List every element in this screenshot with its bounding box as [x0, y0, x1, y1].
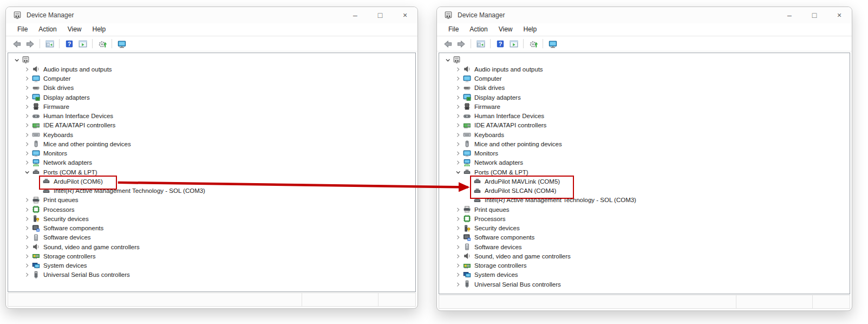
tree-item-disk-drives[interactable]: Disk drives [8, 83, 415, 93]
tree-item-audio-inputs-and-outputs[interactable]: Audio inputs and outputs [8, 64, 415, 74]
chevron-right-icon[interactable] [22, 83, 32, 93]
tree-item-computer[interactable]: Computer [8, 74, 415, 83]
tree-item-universal-serial-bus-controllers[interactable]: Universal Serial Bus controllers [8, 270, 415, 280]
tree-item-monitors[interactable]: Monitors [8, 149, 415, 158]
tree-item-firmware[interactable]: Firmware [8, 102, 415, 111]
tree-item-keyboards[interactable]: Keyboards [8, 130, 415, 139]
tree-item-firmware[interactable]: Firmware [439, 102, 850, 111]
chevron-right-icon[interactable] [453, 102, 463, 111]
menu-item-file[interactable]: File [443, 24, 464, 35]
tree-item-disk-drives[interactable]: Disk drives [439, 83, 850, 93]
tree-item-universal-serial-bus-controllers[interactable]: Universal Serial Bus controllers [439, 280, 850, 289]
chevron-right-icon[interactable] [453, 93, 463, 102]
help-button[interactable]: ? [493, 37, 507, 50]
forward-button[interactable] [23, 37, 37, 50]
tree-item-ide-ata-atapi-controllers[interactable]: IDE ATA/ATAPI controllers [439, 121, 850, 130]
chevron-right-icon[interactable] [453, 83, 463, 93]
tree-item-root[interactable] [439, 55, 850, 64]
tree-item-keyboards[interactable]: Keyboards [439, 130, 850, 139]
chevron-right-icon[interactable] [22, 93, 32, 102]
tree-item-system-devices[interactable]: System devices [8, 261, 415, 270]
tree-item-ide-ata-atapi-controllers[interactable]: IDE ATA/ATAPI controllers [8, 121, 415, 130]
tree-item-sound-video-and-game-controllers[interactable]: Sound, video and game controllers [8, 242, 415, 251]
tree-item-human-interface-devices[interactable]: Human Interface Devices [8, 112, 415, 121]
menu-item-view[interactable]: View [493, 24, 518, 35]
tree-item-network-adapters[interactable]: Network adapters [8, 158, 415, 167]
chevron-right-icon[interactable] [22, 224, 32, 233]
chevron-right-icon[interactable] [22, 149, 32, 158]
maximize-button[interactable]: □ [368, 7, 393, 23]
tree-item-intel-r-active-management-technology-sol-com3[interactable]: Intel(R) Active Management Technology - … [8, 186, 415, 196]
minimize-button[interactable]: – [343, 7, 368, 23]
tree-item-mice-and-other-pointing-devices[interactable]: Mice and other pointing devices [439, 139, 850, 148]
chevron-right-icon[interactable] [453, 261, 463, 270]
back-button[interactable] [10, 37, 23, 50]
tree-item-storage-controllers[interactable]: Storage controllers [439, 261, 850, 270]
menu-item-help[interactable]: Help [518, 24, 543, 35]
chevron-right-icon[interactable] [453, 233, 463, 242]
chevron-right-icon[interactable] [22, 270, 32, 280]
tree-item-processors[interactable]: Processors [439, 214, 850, 223]
tree-item-sound-video-and-game-controllers[interactable]: Sound, video and game controllers [439, 251, 850, 261]
tree-item-monitors[interactable]: Monitors [439, 149, 850, 158]
close-button[interactable]: × [827, 7, 852, 23]
chevron-down-icon[interactable] [11, 55, 22, 64]
menu-item-view[interactable]: View [62, 24, 87, 35]
menu-item-help[interactable]: Help [87, 24, 112, 35]
tree-item-software-components[interactable]: Software components [439, 233, 850, 242]
properties-button[interactable] [507, 37, 520, 50]
chevron-right-icon[interactable] [22, 112, 32, 121]
tree-item-root[interactable] [8, 55, 415, 64]
chevron-right-icon[interactable] [453, 251, 463, 261]
chevron-right-icon[interactable] [22, 214, 32, 223]
remote-computer-button[interactable] [546, 37, 559, 50]
tree-item-storage-controllers[interactable]: Storage controllers [8, 251, 415, 261]
tree-item-print-queues[interactable]: Print queues [8, 196, 415, 205]
tree-item-processors[interactable]: Processors [8, 205, 415, 214]
chevron-right-icon[interactable] [22, 64, 32, 74]
tree-item-system-devices[interactable]: System devices [439, 270, 850, 280]
chevron-right-icon[interactable] [22, 158, 32, 167]
tree-item-audio-inputs-and-outputs[interactable]: Audio inputs and outputs [439, 64, 850, 74]
chevron-right-icon[interactable] [22, 121, 32, 130]
tree-item-computer[interactable]: Computer [439, 74, 850, 83]
close-button[interactable]: × [393, 7, 417, 23]
chevron-down-icon[interactable] [453, 167, 463, 177]
tree-item-mice-and-other-pointing-devices[interactable]: Mice and other pointing devices [8, 139, 415, 148]
chevron-down-icon[interactable] [22, 167, 32, 177]
chevron-right-icon[interactable] [453, 280, 463, 289]
chevron-right-icon[interactable] [453, 64, 463, 74]
chevron-right-icon[interactable] [453, 214, 463, 223]
forward-button[interactable] [454, 37, 468, 50]
chevron-right-icon[interactable] [453, 139, 463, 148]
chevron-right-icon[interactable] [22, 242, 32, 251]
tree-item-human-interface-devices[interactable]: Human Interface Devices [439, 112, 850, 121]
chevron-right-icon[interactable] [453, 242, 463, 251]
show-console-tree-button[interactable] [474, 37, 487, 50]
tree-item-ardupilot-mavlink-com5[interactable]: ArduPilot MAVLink (COM5) [439, 177, 850, 186]
tree-item-security-devices[interactable]: Security devices [439, 224, 850, 233]
minimize-button[interactable]: – [777, 7, 802, 23]
chevron-right-icon[interactable] [453, 270, 463, 280]
maximize-button[interactable]: □ [802, 7, 827, 23]
menu-item-file[interactable]: File [12, 24, 33, 35]
menu-item-action[interactable]: Action [464, 24, 493, 35]
tree-item-ports-com-lpt[interactable]: Ports (COM & LPT) [439, 167, 850, 177]
chevron-right-icon[interactable] [22, 233, 32, 242]
chevron-right-icon[interactable] [453, 158, 463, 167]
tree-item-print-queues[interactable]: Print queues [439, 205, 850, 214]
chevron-right-icon[interactable] [22, 196, 32, 205]
chevron-down-icon[interactable] [442, 55, 453, 64]
titlebar[interactable]: Device Manager –□× [6, 7, 417, 23]
tree-item-display-adapters[interactable]: Display adapters [8, 93, 415, 102]
show-console-tree-button[interactable] [43, 37, 56, 50]
tree-item-ardupilot-com6[interactable]: ArduPilot (COM6) [8, 177, 415, 186]
chevron-right-icon[interactable] [22, 139, 32, 148]
help-button[interactable]: ? [62, 37, 76, 50]
tree-item-ports-com-lpt[interactable]: Ports (COM & LPT) [8, 167, 415, 177]
menu-item-action[interactable]: Action [33, 24, 62, 35]
chevron-right-icon[interactable] [453, 205, 463, 214]
scan-hardware-changes-button[interactable] [526, 37, 540, 50]
chevron-right-icon[interactable] [453, 224, 463, 233]
chevron-right-icon[interactable] [453, 112, 463, 121]
